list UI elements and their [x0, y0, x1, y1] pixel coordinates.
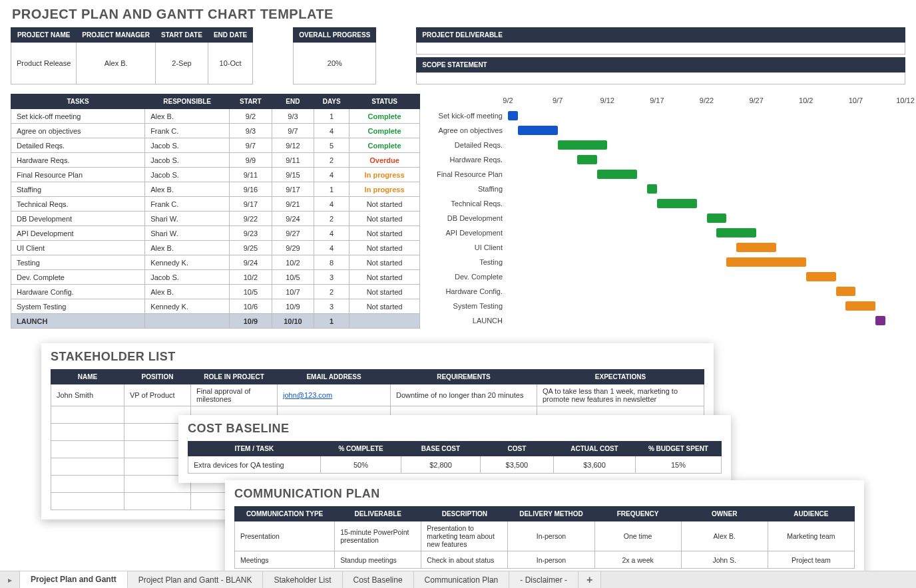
- task-row[interactable]: Dev. CompleteJacob S.10/210/53 Not start…: [11, 270, 420, 285]
- stake-header: EMAIL ADDRESS: [278, 370, 391, 384]
- task-row[interactable]: Hardware Config.Alex B.10/510/72 Not sta…: [11, 285, 420, 299]
- task-row[interactable]: Final Resource PlanJacob S.9/119/154 In …: [11, 168, 420, 182]
- tab-nav-prev-icon[interactable]: ▸: [0, 571, 20, 588]
- stake-row[interactable]: John SmithVP of ProductFinal approval of…: [51, 384, 704, 406]
- sheet-tab[interactable]: Communication Plan: [414, 571, 510, 588]
- comm-row[interactable]: MeetingsStandup meetingsCheck in about s…: [235, 551, 855, 569]
- gantt-label: Set kick-off meeting: [435, 112, 508, 120]
- gantt-tick: 10/12: [896, 96, 915, 104]
- communication-panel: COMMUNICATION PLAN COMMUNICATION TYPEDEL…: [225, 480, 864, 578]
- task-row[interactable]: StaffingAlex B.9/169/171 In progress: [11, 182, 420, 197]
- comm-row[interactable]: Presentation15-minute PowerPoint present…: [235, 521, 855, 551]
- task-header: END: [272, 94, 314, 109]
- gantt-row: System Testing: [435, 299, 905, 313]
- info-header: PROJECT MANAGER: [77, 28, 156, 43]
- deliverable-header: PROJECT DELIVERABLE: [417, 28, 905, 43]
- info-header: PROJECT NAME: [11, 28, 77, 43]
- gantt-row: UI Client: [435, 240, 905, 255]
- gantt-bar: [518, 126, 558, 135]
- page-title: PROJECT PLAN AND GANTT CHART TEMPLATE: [12, 7, 905, 22]
- stake-header: POSITION: [124, 370, 191, 384]
- task-row[interactable]: Hardware Reqs.Jacob S.9/99/112 Overdue: [11, 153, 420, 168]
- gantt-bar: [836, 287, 856, 296]
- gantt-tick: 9/7: [553, 96, 563, 104]
- add-sheet-button[interactable]: +: [578, 571, 601, 588]
- gantt-label: Detailed Reqs.: [435, 141, 508, 149]
- task-row[interactable]: Technical Reqs.Frank C.9/179/214 Not sta…: [11, 197, 420, 212]
- gantt-label: LAUNCH: [435, 317, 508, 325]
- info-value: 10-Oct: [208, 43, 252, 84]
- task-header: STATUS: [349, 94, 420, 109]
- sheet-tab[interactable]: - Disclaimer -: [509, 571, 578, 588]
- gantt-row: Hardware Reqs.: [435, 152, 905, 167]
- cost-title: COST BASELINE: [188, 422, 722, 436]
- gantt-label: Agree on objectives: [435, 126, 508, 134]
- gantt-bar: [508, 111, 518, 120]
- task-row[interactable]: UI ClientAlex B.9/259/294 Not started: [11, 241, 420, 255]
- task-row[interactable]: Set kick-off meetingAlex B.9/29/31 Compl…: [11, 109, 420, 124]
- cost-header: ACTUAL COST: [554, 442, 636, 456]
- comm-header: FREQUENCY: [594, 507, 681, 521]
- gantt-tick: 9/12: [600, 96, 614, 104]
- tasks-table: TASKSRESPONSIBLESTARTENDDAYSSTATUS Set k…: [11, 94, 420, 329]
- comm-header: OWNER: [681, 507, 768, 521]
- gantt-row: Technical Reqs.: [435, 196, 905, 211]
- gantt-row: Agree on objectives: [435, 123, 905, 138]
- task-header: TASKS: [11, 94, 145, 109]
- task-row[interactable]: Detailed Reqs.Jacob S.9/79/125 Complete: [11, 138, 420, 153]
- comm-header: DELIVERY METHOD: [508, 507, 594, 521]
- stake-header: REQUIREMENTS: [391, 370, 537, 384]
- comm-header: DELIVERABLE: [335, 507, 421, 521]
- gantt-label: Final Resource Plan: [435, 170, 508, 178]
- sheet-tab[interactable]: Project Plan and Gantt: [20, 571, 128, 588]
- stake-header: NAME: [51, 370, 124, 384]
- comm-header: DESCRIPTION: [421, 507, 508, 521]
- gantt-row: Staffing: [435, 182, 905, 196]
- gantt-row: Dev. Complete: [435, 269, 905, 284]
- gantt-bar: [875, 316, 885, 325]
- task-row[interactable]: System TestingKennedy K.10/610/93 Not st…: [11, 299, 420, 314]
- task-header: DAYS: [314, 94, 349, 109]
- deliverable-value[interactable]: [417, 43, 905, 55]
- task-row[interactable]: TestingKennedy K.9/2410/28 Not started: [11, 255, 420, 270]
- cost-header: % BUDGET SPENT: [635, 442, 721, 456]
- project-info-table: PROJECT NAMEPROJECT MANAGERSTART DATEEND…: [11, 27, 253, 84]
- scope-header: SCOPE STATEMENT: [417, 58, 905, 73]
- sheet-tab[interactable]: Stakeholder List: [263, 571, 342, 588]
- task-row[interactable]: Agree on objectivesFrank C.9/39/74 Compl…: [11, 124, 420, 138]
- cost-header: % COMPLETE: [320, 442, 401, 456]
- info-header: END DATE: [208, 28, 252, 43]
- gantt-bar: [558, 140, 608, 150]
- gantt-bar: [577, 155, 597, 164]
- sheet-tab[interactable]: Project Plan and Gantt - BLANK: [128, 571, 264, 588]
- task-row[interactable]: API DevelopmentShari W.9/239/274 Not sta…: [11, 226, 420, 241]
- gantt-row: Set kick-off meeting: [435, 108, 905, 123]
- cost-header: BASE COST: [401, 442, 481, 456]
- cost-panel: COST BASELINE ITEM / TASK% COMPLETEBASE …: [178, 415, 731, 483]
- gantt-label: Hardware Config.: [435, 287, 508, 295]
- info-value: 2-Sep: [156, 43, 208, 84]
- gantt-tick: 9/22: [700, 96, 714, 104]
- gantt-label: Dev. Complete: [435, 273, 508, 281]
- stake-header: EXPECTATIONS: [537, 370, 704, 384]
- gantt-chart: 9/29/79/129/179/229/2710/210/710/12 Set …: [435, 94, 905, 329]
- gantt-bar: [597, 170, 637, 179]
- task-row[interactable]: DB DevelopmentShari W.9/229/242 Not star…: [11, 212, 420, 226]
- sheet-tab[interactable]: Cost Baseline: [343, 571, 414, 588]
- gantt-tick: 9/27: [749, 96, 763, 104]
- cost-header: ITEM / TASK: [188, 442, 321, 456]
- gantt-row: DB Development: [435, 211, 905, 225]
- gantt-bar: [647, 184, 657, 194]
- cost-header: COST: [480, 442, 553, 456]
- scope-value[interactable]: [417, 73, 905, 84]
- launch-row[interactable]: LAUNCH10/910/101: [11, 314, 420, 329]
- info-value: Alex B.: [77, 43, 156, 84]
- gantt-row: Testing: [435, 255, 905, 269]
- cost-row[interactable]: Extra devices for QA testing50%$2,800$3,…: [188, 456, 722, 474]
- gantt-row: LAUNCH: [435, 313, 905, 328]
- gantt-row: Hardware Config.: [435, 284, 905, 299]
- gantt-label: UI Client: [435, 243, 508, 251]
- stake-header: ROLE IN PROJECT: [191, 370, 278, 384]
- gantt-label: Technical Reqs.: [435, 200, 508, 208]
- stake-email-link[interactable]: john@123.com: [283, 391, 332, 399]
